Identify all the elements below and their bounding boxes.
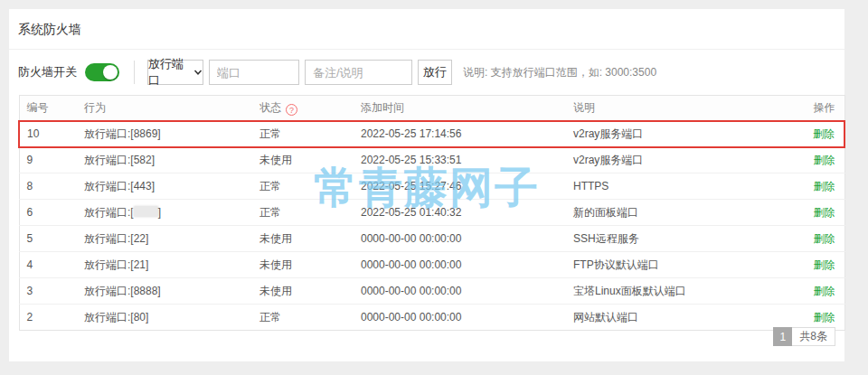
- pagination-page-1[interactable]: 1: [773, 327, 792, 346]
- page-title: 系统防火墙: [9, 9, 844, 49]
- cell-action: 放行端口:[80]: [77, 305, 252, 331]
- cell-id: 4: [19, 252, 77, 278]
- rule-type-select[interactable]: 放行端口: [147, 60, 203, 85]
- delete-link[interactable]: 删除: [814, 258, 835, 271]
- port-range-hint: 说明: 支持放行端口范围，如: 3000:3500: [463, 65, 656, 80]
- table-row: 4放行端口:[21]未使用0000-00-00 00:00:00FTP协议默认端…: [19, 252, 844, 278]
- header-action: 行为: [77, 96, 252, 121]
- toolbar-divider: [134, 61, 135, 84]
- firewall-table: 编号 行为 状态? 添加时间 说明 操作 10放行端口:[8869]正常2022…: [18, 95, 845, 331]
- firewall-toggle[interactable]: [85, 63, 119, 81]
- header-desc: 说明: [566, 96, 795, 121]
- censored-port-chip: [134, 206, 158, 217]
- toggle-knob-icon: [103, 65, 118, 80]
- cell-action: 放行端口:[]: [77, 200, 252, 226]
- cell-time: 0000-00-00 00:00:00: [354, 278, 566, 305]
- table-row: 8放行端口:[443]正常2022-05-25 15:27:46HTTPS删除: [19, 173, 844, 200]
- delete-link[interactable]: 删除: [814, 180, 835, 192]
- cell-desc: 宝塔Linux面板默认端口: [566, 278, 795, 305]
- table-row: 10放行端口:[8869]正常2022-05-25 17:14:56v2ray服…: [19, 121, 844, 147]
- cell-id: 2: [19, 305, 77, 331]
- delete-link[interactable]: 删除: [814, 206, 835, 219]
- rule-type-value: 放行端口: [148, 56, 190, 89]
- cell-time: 0000-00-00 00:00:00: [354, 252, 566, 278]
- cell-time: 2022-05-25 17:14:56: [354, 121, 566, 147]
- cell-time: 2022-05-25 01:40:32: [354, 200, 566, 226]
- cell-operation: 删除: [795, 121, 844, 147]
- cell-desc: 网站默认端口: [566, 305, 795, 331]
- header-status: 状态?: [252, 96, 354, 121]
- firewall-switch-label: 防火墙开关: [18, 64, 77, 80]
- table-row: 6放行端口:[]正常2022-05-25 01:40:32新的面板端口删除: [19, 200, 844, 226]
- table-header-row: 编号 行为 状态? 添加时间 说明 操作: [19, 96, 844, 121]
- header-time: 添加时间: [354, 96, 566, 121]
- cell-id: 10: [19, 121, 77, 147]
- delete-link[interactable]: 删除: [814, 311, 835, 323]
- cell-operation: 删除: [795, 173, 844, 200]
- cell-status: 正常: [252, 173, 354, 200]
- cell-status: 正常: [252, 305, 354, 331]
- cell-status: 正常: [252, 121, 354, 147]
- pagination: 1 共8条: [773, 327, 835, 346]
- cell-status: 未使用: [252, 226, 354, 252]
- cell-action: 放行端口:[22]: [77, 226, 252, 252]
- table-row: 2放行端口:[80]正常0000-00-00 00:00:00网站默认端口删除: [19, 305, 844, 331]
- cell-time: 2022-05-25 15:33:51: [354, 147, 566, 173]
- cell-id: 8: [19, 173, 77, 200]
- cell-action: 放行端口:[582]: [77, 147, 252, 173]
- port-input[interactable]: [209, 60, 299, 85]
- cell-time: 0000-00-00 00:00:00: [354, 226, 566, 252]
- firewall-card: 系统防火墙 防火墙开关 放行端口 放行 说明: 支持放行端口范围，如: 3000…: [9, 9, 844, 361]
- header-operation: 操作: [795, 96, 844, 121]
- status-help-icon[interactable]: ?: [286, 104, 297, 116]
- cell-operation: 删除: [795, 200, 844, 226]
- delete-link[interactable]: 删除: [814, 285, 835, 297]
- cell-id: 5: [19, 226, 77, 252]
- table-row: 5放行端口:[22]未使用0000-00-00 00:00:00SSH远程服务删…: [19, 226, 844, 252]
- cell-id: 9: [19, 147, 77, 173]
- cell-status: 未使用: [252, 252, 354, 278]
- delete-link[interactable]: 删除: [813, 127, 835, 140]
- cell-action: 放行端口:[8869]: [77, 121, 252, 147]
- cell-action: 放行端口:[8888]: [77, 278, 252, 305]
- allow-button[interactable]: 放行: [418, 60, 452, 85]
- delete-link[interactable]: 删除: [814, 154, 835, 166]
- cell-desc: v2ray服务端口: [566, 121, 795, 147]
- cell-status: 正常: [252, 200, 354, 226]
- cell-desc: SSH远程服务: [566, 226, 795, 252]
- chevron-down-icon: [193, 68, 203, 77]
- cell-id: 6: [19, 200, 77, 226]
- cell-action: 放行端口:[443]: [77, 173, 252, 200]
- table-row: 9放行端口:[582]未使用2022-05-25 15:33:51v2ray服务…: [19, 147, 844, 173]
- cell-operation: 删除: [795, 252, 844, 278]
- cell-desc: 新的面板端口: [566, 200, 795, 226]
- firewall-toolbar: 防火墙开关 放行端口 放行 说明: 支持放行端口范围，如: 3000:3500: [18, 60, 844, 85]
- cell-time: 2022-05-25 15:27:46: [354, 173, 566, 200]
- cell-time: 0000-00-00 00:00:00: [354, 305, 566, 331]
- note-input[interactable]: [305, 60, 412, 85]
- cell-action: 放行端口:[21]: [77, 252, 252, 278]
- cell-desc: FTP协议默认端口: [566, 252, 795, 278]
- firewall-table-body: 10放行端口:[8869]正常2022-05-25 17:14:56v2ray服…: [19, 121, 844, 331]
- cell-desc: HTTPS: [566, 173, 795, 200]
- cell-operation: 删除: [795, 226, 844, 252]
- header-id: 编号: [19, 96, 77, 121]
- cell-id: 3: [19, 278, 77, 305]
- cell-status: 未使用: [252, 147, 354, 173]
- title-divider: [9, 49, 844, 50]
- pagination-total: 共8条: [792, 327, 835, 346]
- table-row: 3放行端口:[8888]未使用0000-00-00 00:00:00宝塔Linu…: [19, 278, 844, 305]
- cell-status: 未使用: [252, 278, 354, 305]
- cell-operation: 删除: [795, 147, 844, 173]
- cell-operation: 删除: [795, 278, 844, 305]
- delete-link[interactable]: 删除: [814, 232, 835, 245]
- cell-desc: v2ray服务端口: [566, 147, 795, 173]
